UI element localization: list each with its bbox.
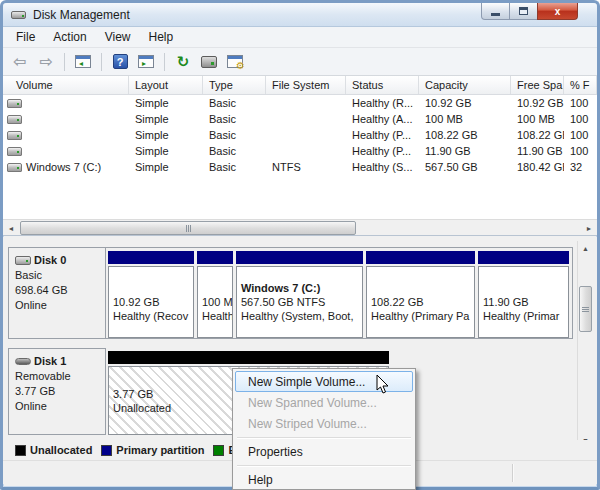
cell-status: Healthy (R... — [346, 97, 419, 109]
disk-properties-icon: ⚙ — [227, 55, 243, 68]
menu-item-properties[interactable]: Properties — [235, 441, 413, 462]
minimize-icon — [491, 13, 500, 16]
column-header-file-system[interactable]: File System — [266, 76, 346, 94]
legend-label: Primary partition — [116, 444, 204, 456]
cell-free: 180.42 GB — [511, 161, 564, 173]
disk-status: Online — [15, 298, 101, 313]
volume-icon — [7, 115, 22, 124]
cell-free: 11.90 GB — [511, 145, 564, 157]
rescan-disks-button[interactable] — [198, 51, 220, 73]
show-console-tree-button[interactable]: ◂ — [72, 51, 94, 73]
partition-primary-1[interactable]: 108.22 GB Healthy (Primary Pa — [366, 251, 475, 338]
vertical-scrollbar[interactable]: ▲ ▼ — [577, 241, 592, 448]
table-row[interactable]: Simple Basic Healthy (P... 108.22 GB 108… — [3, 127, 597, 143]
menu-file[interactable]: File — [7, 28, 44, 46]
column-header-status[interactable]: Status — [346, 76, 419, 94]
partition-recovery[interactable]: 10.92 GB Healthy (Recov — [108, 251, 194, 338]
volume-icon — [7, 163, 22, 172]
partition-size: 567.50 GB NTFS — [241, 295, 358, 309]
partition-size: 100 M — [202, 295, 228, 309]
refresh-icon: ↻ — [177, 54, 190, 69]
cell-type: Basic — [203, 145, 266, 157]
primary-partition-band — [478, 251, 569, 264]
back-button[interactable]: ⇦ — [9, 51, 31, 73]
refresh-button[interactable]: ↻ — [172, 51, 194, 73]
titlebar[interactable]: Disk Management x — [3, 3, 597, 27]
horizontal-scrollbar-thumb[interactable] — [20, 221, 356, 235]
cell-type: Basic — [203, 161, 266, 173]
disk-size: 3.77 GB — [15, 384, 101, 399]
partition-primary-2[interactable]: 11.90 GB Healthy (Primar — [478, 251, 569, 338]
disk-properties-button[interactable]: ⚙ — [224, 51, 246, 73]
minimize-button[interactable] — [481, 3, 510, 20]
cell-capacity: 10.92 GB — [419, 97, 511, 109]
scrollbar-grip-icon — [186, 225, 191, 232]
partition-status: Healthy (Primar — [483, 309, 564, 323]
disk-type: Removable — [15, 369, 101, 384]
forward-button[interactable]: ⇨ — [35, 51, 57, 73]
cell-pct: 100 — [564, 129, 597, 141]
show-console-tree-icon: ◂ — [75, 55, 91, 68]
menu-view[interactable]: View — [96, 28, 140, 46]
extended-swatch-icon — [213, 445, 224, 456]
show-action-pane-button[interactable]: ▸ — [135, 51, 157, 73]
column-header-layout[interactable]: Layout — [129, 76, 203, 94]
app-icon — [11, 9, 27, 21]
cell-fs: NTFS — [266, 161, 346, 173]
show-action-pane-icon: ▸ — [138, 55, 154, 68]
menu-action[interactable]: Action — [44, 28, 95, 46]
table-row[interactable]: Windows 7 (C:) Simple Basic NTFS Healthy… — [3, 159, 597, 175]
partition-system-reserved[interactable]: 100 M Health — [197, 251, 233, 338]
menu-separator — [237, 437, 411, 438]
partition-size: 10.92 GB — [113, 295, 189, 309]
cell-pct: 32 — [564, 161, 597, 173]
toolbar-separator — [64, 53, 65, 71]
column-header-type[interactable]: Type — [203, 76, 266, 94]
unallocated-swatch-icon — [15, 445, 26, 456]
disk0-label[interactable]: Disk 0 Basic 698.64 GB Online — [8, 247, 106, 339]
disk1-label[interactable]: Disk 1 Removable 3.77 GB Online — [8, 348, 106, 435]
vertical-scrollbar-thumb[interactable] — [579, 286, 592, 332]
volume-icon — [7, 99, 22, 108]
partition-status: Healthy (Primary Pa — [371, 309, 470, 323]
maximize-button[interactable] — [510, 3, 537, 20]
scroll-left-arrow-icon[interactable]: ◄ — [3, 220, 19, 236]
close-button[interactable]: x — [537, 3, 578, 20]
help-button[interactable]: ? — [109, 51, 131, 73]
partition-windows-c[interactable]: Windows 7 (C:) 567.50 GB NTFS Healthy (S… — [236, 251, 363, 338]
primary-partition-band — [366, 251, 475, 264]
scroll-right-arrow-icon[interactable]: ► — [581, 220, 597, 236]
primary-partition-band — [236, 251, 363, 264]
volume-list-pane: Volume Layout Type File System Status Ca… — [3, 76, 597, 236]
unallocated-band — [108, 351, 389, 364]
cell-pct: 100 — [564, 113, 597, 125]
back-icon: ⇦ — [13, 54, 26, 70]
partition-title — [202, 281, 228, 295]
cell-capacity: 108.22 GB — [419, 129, 511, 141]
scroll-up-arrow-icon[interactable]: ▲ — [578, 241, 593, 256]
table-row[interactable]: Simple Basic Healthy (R... 10.92 GB 10.9… — [3, 95, 597, 111]
help-icon: ? — [113, 54, 128, 69]
primary-partition-band — [197, 251, 233, 264]
disk-icon — [15, 256, 31, 265]
column-header-pct-free[interactable]: % F — [564, 76, 597, 94]
cell-type: Basic — [203, 97, 266, 109]
partition-status: Health — [202, 309, 228, 323]
volume-icon — [7, 147, 22, 156]
cell-pct: 100 — [564, 145, 597, 157]
legend-unallocated: Unallocated — [15, 444, 92, 456]
disk-size: 698.64 GB — [15, 283, 101, 298]
cell-capacity: 567.50 GB — [419, 161, 511, 173]
menu-help[interactable]: Help — [140, 28, 183, 46]
cell-type: Basic — [203, 129, 266, 141]
column-header-free-space[interactable]: Free Spa... — [511, 76, 564, 94]
table-row[interactable]: Simple Basic Healthy (P... 11.90 GB 11.9… — [3, 143, 597, 159]
maximize-icon — [519, 7, 528, 15]
menu-item-help[interactable]: Help — [235, 469, 413, 490]
horizontal-scrollbar[interactable]: ◄ ► — [3, 219, 597, 235]
cell-free: 10.92 GB — [511, 97, 564, 109]
column-header-volume[interactable]: Volume — [3, 76, 129, 94]
column-header-capacity[interactable]: Capacity — [419, 76, 511, 94]
disk0-row: Disk 0 Basic 698.64 GB Online 10.92 GB H… — [8, 247, 573, 339]
table-row[interactable]: Simple Basic Healthy (A... 100 MB 100 MB… — [3, 111, 597, 127]
